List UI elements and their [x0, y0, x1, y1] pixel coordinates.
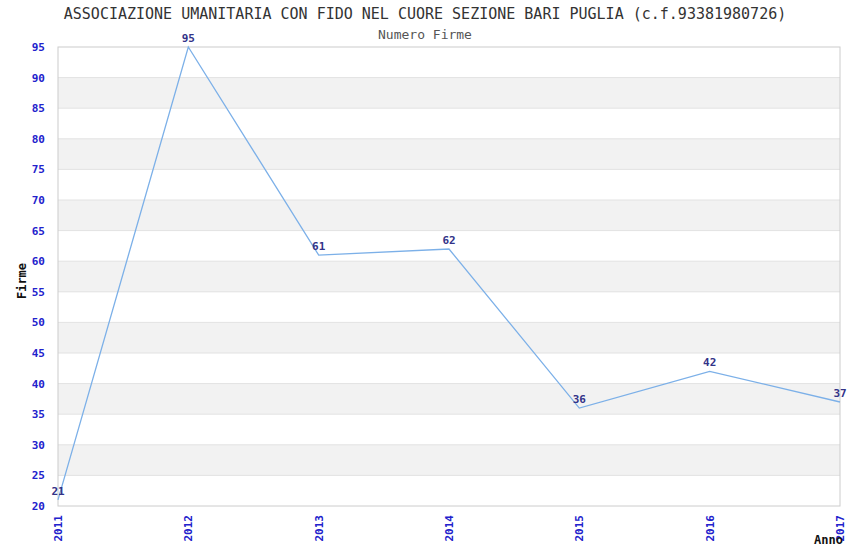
y-tick-label: 80 — [32, 133, 45, 146]
chart-canvas: ASSOCIAZIONE UMANITARIA CON FIDO NEL CUO… — [0, 0, 850, 550]
y-tick-label: 35 — [32, 408, 45, 421]
y-tick-label: 85 — [32, 102, 45, 115]
value-label: 42 — [703, 356, 716, 369]
line-chart-plot: 2195616236423720253035404550556065707580… — [0, 0, 850, 550]
y-tick-label: 75 — [32, 163, 45, 176]
y-tick-label: 30 — [32, 439, 45, 452]
plot-band — [58, 169, 840, 200]
plot-band — [58, 47, 840, 78]
plot-band — [58, 414, 840, 445]
y-tick-label: 50 — [32, 316, 45, 329]
x-tick-label: 2014 — [443, 515, 456, 542]
x-tick-label: 2012 — [182, 515, 195, 542]
plot-band — [58, 108, 840, 139]
y-tick-label: 45 — [32, 347, 45, 360]
plot-band — [58, 475, 840, 506]
x-tick-label: 2016 — [704, 515, 717, 542]
y-tick-label: 40 — [32, 378, 45, 391]
y-tick-label: 20 — [32, 500, 45, 513]
plot-band — [58, 261, 840, 292]
value-label: 36 — [573, 393, 587, 406]
value-label: 61 — [312, 240, 326, 253]
y-tick-label: 25 — [32, 469, 45, 482]
y-tick-label: 65 — [32, 225, 45, 238]
plot-band — [58, 445, 840, 476]
y-tick-label: 60 — [32, 255, 45, 268]
x-tick-label: 2015 — [573, 515, 586, 542]
y-axis-title: Firme — [15, 263, 29, 299]
y-tick-label: 95 — [32, 41, 45, 54]
plot-band — [58, 322, 840, 353]
value-label: 95 — [182, 32, 195, 45]
y-tick-label: 90 — [32, 72, 45, 85]
y-tick-label: 70 — [32, 194, 45, 207]
value-label: 21 — [51, 485, 65, 498]
x-tick-label: 2011 — [52, 515, 65, 542]
value-label: 62 — [442, 234, 455, 247]
plot-band — [58, 200, 840, 231]
x-tick-label: 2013 — [313, 515, 326, 542]
y-tick-label: 55 — [32, 286, 45, 299]
plot-band — [58, 353, 840, 384]
x-axis-title: Anno — [814, 533, 843, 547]
plot-band — [58, 292, 840, 323]
value-label: 37 — [833, 387, 846, 400]
plot-band — [58, 139, 840, 170]
plot-band — [58, 384, 840, 415]
